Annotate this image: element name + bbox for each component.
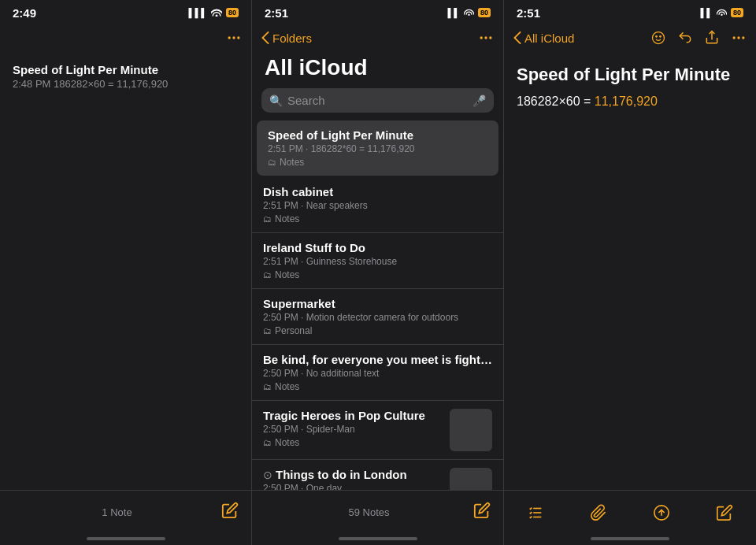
note-item-5[interactable]: Tragic Heroes in Pop Culture 2:50 PM · S… bbox=[252, 401, 503, 460]
note-title-1: Dish cabinet bbox=[263, 185, 492, 198]
middle-battery: 80 bbox=[478, 8, 491, 17]
note-item-5-flex: Tragic Heroes in Pop Culture 2:50 PM · S… bbox=[263, 409, 492, 451]
left-status-icons: ▌▌▌ 80 bbox=[189, 8, 239, 18]
folder-icon-4: 🗂 bbox=[263, 382, 272, 391]
right-status-bar: 2:51 ▌▌ 80 bbox=[504, 0, 756, 24]
right-more-button[interactable] bbox=[731, 30, 747, 46]
folder-label-3: Personal bbox=[275, 325, 312, 336]
folder-icon-2: 🗂 bbox=[263, 270, 272, 280]
folder-label-5: Notes bbox=[275, 437, 299, 448]
note-title-3: Supermarket bbox=[263, 297, 492, 310]
svg-point-12 bbox=[742, 36, 744, 39]
undo-button[interactable] bbox=[677, 30, 693, 46]
middle-note-count: 59 Notes bbox=[348, 506, 389, 518]
search-input[interactable] bbox=[287, 94, 468, 107]
middle-home-indicator bbox=[252, 534, 503, 545]
middle-bottom-bar: 59 Notes bbox=[252, 490, 503, 534]
svg-point-1 bbox=[232, 36, 235, 39]
left-bottom-bar: 1 Note bbox=[0, 490, 251, 534]
left-note-meta: 2:48 PM 186282×60 = 11,176,920 bbox=[13, 78, 239, 90]
note-folder-row-4: 🗂 Notes bbox=[263, 381, 492, 392]
svg-point-7 bbox=[656, 36, 658, 38]
emoji-button[interactable] bbox=[650, 30, 666, 46]
right-note-body[interactable]: 186282×60 = 11,176,920 bbox=[517, 95, 743, 109]
middle-toolbar: Folders bbox=[252, 24, 503, 52]
note-meta-1: 2:51 PM · Near speakers bbox=[263, 200, 492, 211]
left-note-count: 1 Note bbox=[102, 506, 132, 518]
note-folder-row-0: 🗂 Notes bbox=[268, 157, 487, 168]
note-title-6: Things to do in London bbox=[276, 468, 407, 481]
svg-point-5 bbox=[489, 36, 491, 39]
note-title-row-6: ⊙ Things to do in London bbox=[263, 468, 450, 481]
right-note-title: Speed of Light Per Minute bbox=[517, 65, 743, 85]
left-note-item[interactable]: Speed of Light Per Minute 2:48 PM 186282… bbox=[0, 52, 251, 101]
note-title-5: Tragic Heroes in Pop Culture bbox=[263, 409, 450, 422]
left-note-title: Speed of Light Per Minute bbox=[13, 63, 239, 76]
folder-label-1: Notes bbox=[275, 213, 299, 224]
note-text-5: Tragic Heroes in Pop Culture 2:50 PM · S… bbox=[263, 409, 450, 448]
middle-status-bar: 2:51 ▌▌ 80 bbox=[252, 0, 503, 24]
middle-compose-button[interactable] bbox=[473, 502, 491, 523]
paperclip-button[interactable] bbox=[590, 504, 607, 521]
note-thumbnail-6 bbox=[450, 468, 492, 490]
mic-icon[interactable]: 🎤 bbox=[472, 95, 486, 107]
note-item-3[interactable]: Supermarket 2:50 PM · Motion detector ca… bbox=[252, 289, 503, 345]
left-more-button[interactable] bbox=[226, 30, 242, 46]
svg-point-3 bbox=[480, 36, 483, 39]
note-item-0[interactable]: Speed of Light Per Minute 2:51 PM · 1862… bbox=[257, 120, 498, 176]
checklist-button[interactable] bbox=[527, 504, 544, 521]
send-button[interactable] bbox=[653, 504, 670, 521]
note-meta-3: 2:50 PM · Motion detector camera for out… bbox=[263, 312, 492, 323]
note-item-6[interactable]: ⊙ Things to do in London 2:50 PM · One d… bbox=[252, 460, 503, 490]
note-meta-2: 2:51 PM · Guinness Storehouse bbox=[263, 256, 492, 267]
right-toolbar: All iCloud bbox=[504, 24, 756, 52]
share-button[interactable] bbox=[704, 30, 720, 46]
note-item-2[interactable]: Ireland Stuff to Do 2:51 PM · Guinness S… bbox=[252, 233, 503, 289]
middle-panel: 2:51 ▌▌ 80 Folders All iCloud 🔍 🎤 bbox=[252, 0, 504, 545]
right-back-button[interactable]: All iCloud bbox=[513, 32, 574, 45]
left-time: 2:49 bbox=[13, 6, 36, 20]
middle-time: 2:51 bbox=[265, 6, 288, 20]
left-note-list: Speed of Light Per Minute 2:48 PM 186282… bbox=[0, 52, 251, 490]
note-item-6-flex: ⊙ Things to do in London 2:50 PM · One d… bbox=[263, 468, 492, 490]
body-prefix: 186282×60 = bbox=[517, 95, 595, 108]
svg-point-6 bbox=[653, 32, 665, 44]
right-panel: 2:51 ▌▌ 80 All iCloud bbox=[504, 0, 756, 545]
note-item-4[interactable]: Be kind, for everyone you meet is fighti… bbox=[252, 345, 503, 401]
middle-more-button[interactable] bbox=[478, 30, 494, 46]
right-back-label: All iCloud bbox=[524, 32, 574, 45]
svg-point-2 bbox=[237, 36, 239, 39]
shared-icon-6: ⊙ bbox=[263, 469, 272, 481]
note-title-0: Speed of Light Per Minute bbox=[268, 128, 487, 142]
left-panel: 2:49 ▌▌▌ 80 Speed of Light Per Minute 2:… bbox=[0, 0, 252, 545]
svg-point-0 bbox=[228, 36, 231, 39]
right-status-icons: ▌▌ 80 bbox=[700, 8, 743, 17]
right-compose-button[interactable] bbox=[716, 504, 733, 521]
right-battery: 80 bbox=[731, 8, 743, 17]
right-toolbar-icons bbox=[650, 30, 747, 46]
left-compose-button[interactable] bbox=[221, 502, 239, 523]
right-spacer bbox=[504, 121, 756, 490]
svg-point-10 bbox=[733, 36, 736, 39]
note-meta-0: 2:51 PM · 186282*60 = 11,176,920 bbox=[268, 143, 487, 154]
middle-signal-icon: ▌▌ bbox=[447, 8, 460, 17]
middle-note-list: Speed of Light Per Minute 2:51 PM · 1862… bbox=[252, 120, 503, 490]
note-text-6: ⊙ Things to do in London 2:50 PM · One d… bbox=[263, 468, 450, 490]
right-wifi-icon bbox=[717, 8, 727, 17]
note-folder-row-2: 🗂 Notes bbox=[263, 269, 492, 280]
body-highlight: 11,176,920 bbox=[595, 95, 658, 108]
left-status-bar: 2:49 ▌▌▌ 80 bbox=[0, 0, 251, 24]
note-folder-row-1: 🗂 Notes bbox=[263, 213, 492, 224]
middle-search-bar[interactable]: 🔍 🎤 bbox=[261, 88, 494, 113]
folder-label-0: Notes bbox=[280, 157, 304, 168]
note-thumbnail-5 bbox=[450, 409, 492, 451]
right-time: 2:51 bbox=[517, 6, 540, 20]
middle-page-title: All iCloud bbox=[252, 52, 503, 88]
svg-point-4 bbox=[484, 36, 487, 39]
middle-back-button[interactable]: Folders bbox=[261, 32, 312, 45]
note-item-1[interactable]: Dish cabinet 2:51 PM · Near speakers 🗂 N… bbox=[252, 177, 503, 233]
left-home-indicator bbox=[0, 534, 251, 545]
middle-status-icons: ▌▌ 80 bbox=[447, 8, 491, 17]
note-folder-row-3: 🗂 Personal bbox=[263, 325, 492, 336]
folder-icon-3: 🗂 bbox=[263, 326, 272, 336]
